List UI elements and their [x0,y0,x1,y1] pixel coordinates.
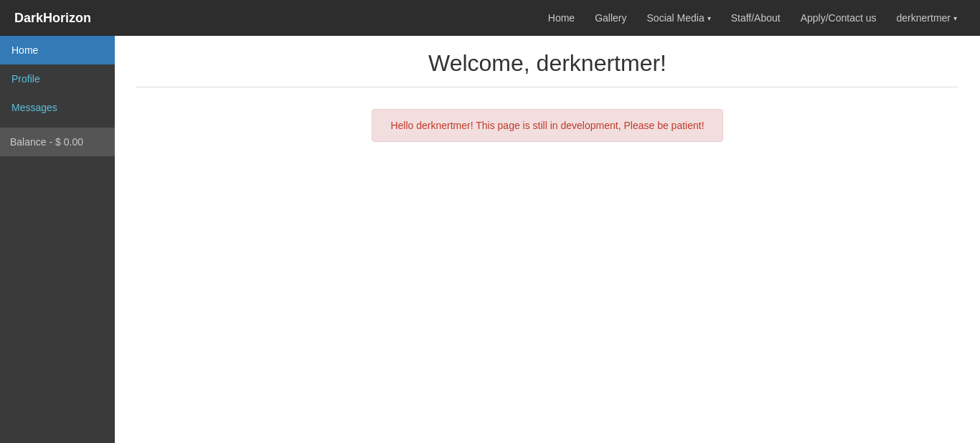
sidebar: Home Profile Messages Balance - $ 0.00 [0,36,115,443]
sidebar-item-home[interactable]: Home [0,36,115,65]
nav-user-menu[interactable]: derknertmer [888,2,966,34]
nav-social-media[interactable]: Social Media [639,2,720,34]
nav-home[interactable]: Home [540,2,583,34]
alert-message: Hello derknertmer! This page is still in… [372,109,723,142]
brand-logo[interactable]: DarkHorizon [14,11,91,26]
title-divider [136,87,958,87]
sidebar-item-messages[interactable]: Messages [0,93,115,122]
nav-apply-contact[interactable]: Apply/Contact us [792,2,885,34]
main-layout: Home Profile Messages Balance - $ 0.00 W… [0,36,980,443]
nav-staff-about[interactable]: Staff/About [722,2,789,34]
main-content: Welcome, derknertmer! Hello derknertmer!… [115,36,980,443]
page-title: Welcome, derknertmer! [136,50,958,77]
nav-gallery[interactable]: Gallery [586,2,635,34]
sidebar-item-profile[interactable]: Profile [0,65,115,93]
sidebar-balance: Balance - $ 0.00 [0,128,115,156]
nav-links: Home Gallery Social Media Staff/About Ap… [540,2,966,34]
top-navbar: DarkHorizon Home Gallery Social Media St… [0,0,980,36]
